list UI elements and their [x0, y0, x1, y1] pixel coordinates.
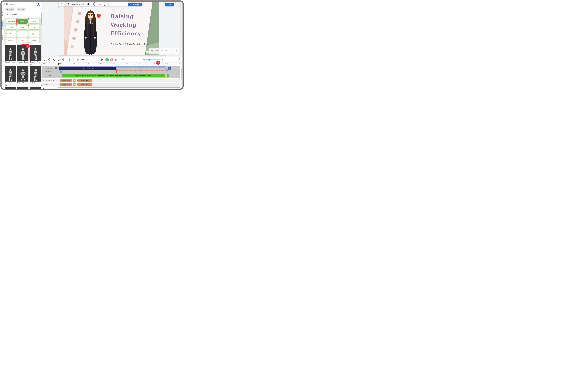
- always-show-chip[interactable]: Always Show: [77, 79, 92, 82]
- track-collapse-chevron[interactable]: [43, 67, 44, 68]
- text-track-label[interactable]: Practical Tips ...: [45, 79, 55, 81]
- action-thumbnail[interactable]: Catwalk - Stand: [5, 45, 16, 63]
- add-speech-button[interactable]: +: [167, 74, 169, 77]
- microphone-button[interactable]: [48, 58, 51, 61]
- timeline-zoom-slider[interactable]: [146, 59, 160, 60]
- search-input[interactable]: Search: [4, 2, 36, 6]
- guide-handle-icon[interactable]: [118, 6, 119, 7]
- zoom-level-value[interactable]: 35%: [155, 50, 159, 52]
- all-scenes-button[interactable]: ALL SCENES: [127, 3, 142, 6]
- playhead-line[interactable]: [59, 63, 59, 88]
- guide-line-right[interactable]: [118, 7, 118, 55]
- duplicate-scene-button[interactable]: [172, 48, 179, 54]
- rotate-3d-button[interactable]: [91, 2, 97, 6]
- scroll-up-arrow[interactable]: ▲: [41, 11, 42, 12]
- category-business[interactable]: Business: [29, 19, 39, 24]
- add-action-button[interactable]: +: [168, 67, 171, 70]
- breadcrumb-parent[interactable]: Idle: [6, 13, 8, 15]
- scroll-down-arrow[interactable]: ▼: [41, 85, 42, 86]
- add-position-keyframe-button[interactable]: +: [60, 71, 62, 73]
- timeline-hscrollbar[interactable]: [59, 87, 180, 88]
- canvas-hscrollbar[interactable]: ▶: [53, 55, 180, 57]
- cut-action-button[interactable]: [57, 58, 61, 61]
- zoom-timeline-plus[interactable]: [162, 59, 163, 61]
- category-career[interactable]: Career: [6, 25, 16, 30]
- category-presentation[interactable]: Presentation: [6, 19, 16, 24]
- canvas-vscrollbar[interactable]: ▼: [180, 1, 181, 55]
- guide-line-left[interactable]: [59, 7, 59, 55]
- action-thumbnail-partial[interactable]: [30, 87, 41, 89]
- insert-action-tab[interactable]: +: [113, 66, 114, 67]
- category-other[interactable]: Other: [29, 38, 39, 43]
- split-close-button[interactable]: [67, 58, 70, 61]
- scroll-left-arrow[interactable]: ◀: [58, 87, 59, 88]
- element-track-label[interactable]: Element: [43, 83, 48, 85]
- scroll-right-arrow[interactable]: ▶: [179, 55, 180, 56]
- sidebar-tab-actions[interactable]: Actions: [1, 20, 4, 30]
- category-sit[interactable]: Sit: [29, 25, 39, 30]
- playhead-marker[interactable]: [58, 63, 60, 65]
- path-curve-button[interactable]: [109, 2, 114, 6]
- guide-handle-icon[interactable]: [58, 6, 59, 7]
- always-show-chip[interactable]: Always Show: [60, 83, 72, 86]
- action-clip[interactable]: Catwalk - Stand: [59, 67, 116, 70]
- slide-title[interactable]: Raising Working Efficiency: [110, 12, 141, 38]
- action-thumbnail-partial[interactable]: [17, 87, 28, 89]
- pose-mirror-button[interactable]: [102, 2, 108, 6]
- motion-path-button[interactable]: [86, 2, 91, 5]
- speech-clip[interactable]: Welcome! Today, we will explore how to b…: [62, 74, 165, 77]
- skip-end-button[interactable]: [115, 59, 118, 61]
- current-action-selector[interactable]: : Catwalk - Stand: [65, 2, 86, 5]
- filter-chip-action[interactable]: Action: [5, 7, 15, 11]
- select-area-icon[interactable]: [37, 2, 40, 6]
- timeline-vscrollbar[interactable]: ▲: [181, 66, 182, 89]
- action-thumbnail-partial[interactable]: [5, 87, 16, 89]
- always-show-chip[interactable]: Always Show: [77, 83, 92, 86]
- delete-clip-button[interactable]: [77, 58, 79, 61]
- rotate-loop-button[interactable]: [97, 2, 102, 5]
- category-locomotion[interactable]: Locomotion: [17, 31, 28, 37]
- zoom-in-icon[interactable]: [161, 50, 163, 52]
- zoom-out-icon[interactable]: [151, 50, 153, 52]
- sidebar-tab-custom[interactable]: Custom: [1, 33, 4, 42]
- copy-clip-button[interactable]: [72, 58, 75, 61]
- category-combat[interactable]: Combat: [6, 38, 16, 43]
- quick-preview-icon[interactable]: [165, 49, 169, 52]
- chevron-down-icon[interactable]: [18, 14, 20, 15]
- timeline-zoom-slider-knob[interactable]: [149, 59, 150, 61]
- zoom-timeline-minus[interactable]: [143, 59, 145, 60]
- skip-start-button[interactable]: [101, 59, 103, 61]
- category-basic-posture[interactable]: Basic Posture: [6, 31, 16, 37]
- action-thumbnail[interactable]: Mutant Idle: [17, 66, 28, 84]
- category-sport[interactable]: Sport: [29, 31, 39, 37]
- toolbar-more-icon[interactable]: [116, 2, 117, 5]
- left-panel-scrollbar[interactable]: [41, 12, 42, 88]
- lighting-button[interactable]: [52, 58, 55, 61]
- slide-canvas[interactable]: Raising Working Efficiency Practical Tip…: [64, 1, 159, 55]
- action-thumbnail[interactable]: Catwalk - Twist Left: [30, 45, 41, 65]
- music-button[interactable]: [44, 58, 47, 61]
- filter-chip-pose[interactable]: Pose: [17, 7, 26, 11]
- collapse-timeline-icon[interactable]: [178, 58, 180, 61]
- filter-funnel-icon[interactable]: [43, 63, 45, 65]
- sidebar-tab-recent[interactable]: Recent: [1, 10, 4, 19]
- fit-button[interactable]: FIT: [165, 3, 174, 6]
- add-element-segment-button[interactable]: +: [73, 83, 76, 86]
- slide-subtitle[interactable]: Practical Tips to Achieve More in Less T…: [111, 43, 148, 45]
- split-expand-button[interactable]: [62, 58, 65, 61]
- breadcrumb-child[interactable]: Stand: [12, 13, 17, 15]
- scroll-down-arrow[interactable]: ▼: [180, 54, 181, 55]
- stop-button[interactable]: [110, 58, 114, 61]
- action-thumbnail[interactable]: Catwalk - Twist Right: [5, 66, 16, 86]
- change-character-button[interactable]: [59, 2, 65, 5]
- timeline-more-icon[interactable]: [82, 59, 84, 60]
- action-thumbnail[interactable]: Sad Idle: [30, 66, 41, 84]
- add-text-segment-button[interactable]: +: [73, 79, 76, 82]
- category-daily[interactable]: Daily: [17, 38, 28, 43]
- character-track-name[interactable]: Cheryl (Bus...: [45, 67, 54, 69]
- timeline-settings-gear-icon[interactable]: ⚙: [122, 58, 124, 61]
- action-clip-secondary[interactable]: #1: [116, 67, 165, 70]
- character-avatar[interactable]: [55, 67, 57, 69]
- always-show-chip[interactable]: Always Show: [60, 79, 72, 82]
- play-button[interactable]: [105, 58, 109, 61]
